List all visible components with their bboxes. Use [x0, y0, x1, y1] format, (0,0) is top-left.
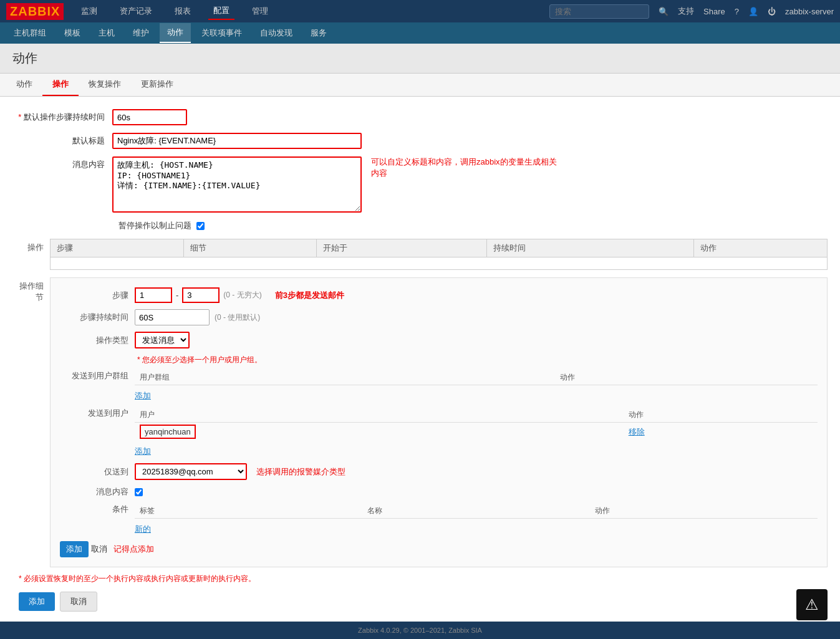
user-table-row: yanqinchuan 移除	[135, 423, 818, 441]
footer: Zabbix 4.0.29, © 2001–2021, Zabbix SIA	[0, 622, 840, 624]
send-to-group-content: 用户群组 动作 添加	[135, 370, 818, 401]
op-add-button[interactable]: 添加	[60, 541, 89, 557]
step-to-input[interactable]	[182, 287, 220, 303]
send-to-group-row: 发送到用户群组 用户群组 动作 添加	[60, 370, 818, 401]
group-table: 用户群组 动作	[135, 370, 818, 385]
op-detail-left-label: 操作细节	[12, 277, 50, 567]
step-hint: (0 - 无穷大)	[223, 290, 261, 300]
step-duration-input[interactable]	[135, 309, 210, 325]
user-icon[interactable]: 👤	[748, 7, 758, 16]
message-content-input[interactable]	[112, 156, 362, 213]
op-detail-buttons: 添加 取消 记得点添加	[60, 541, 818, 557]
conditions-row: 条件 标签 名称 动作 新的	[60, 504, 818, 535]
cond-col-tag: 标签	[135, 504, 362, 519]
sec-nav-services[interactable]: 服务	[303, 24, 334, 42]
add-group-link[interactable]: 添加	[135, 391, 151, 400]
pause-checkbox-row: 暂停操作以制止问题	[12, 220, 828, 231]
nav-admin[interactable]: 管理	[247, 3, 273, 19]
nav-reports[interactable]: 报表	[170, 3, 196, 19]
sec-nav-maintenance[interactable]: 维护	[125, 24, 157, 42]
tab-recovery[interactable]: 恢复操作	[79, 74, 131, 96]
step-duration-label: 步骤持续时间	[60, 312, 135, 323]
only-to-select[interactable]: 20251839@qq.com	[135, 463, 247, 480]
op-detail-panel: 步骤 - (0 - 无穷大) 前3步都是发送邮件 步骤持续时间 (0 - 使用默…	[50, 277, 828, 567]
group-col-name: 用户群组	[135, 370, 555, 385]
step-from-input[interactable]	[135, 287, 172, 303]
col-detail: 细节	[183, 239, 317, 257]
step-duration-row: 步骤持续时间 (0 - 使用默认)	[60, 309, 818, 325]
delete-user-link[interactable]: 移除	[629, 427, 645, 436]
sec-nav-hostgroups[interactable]: 主机群组	[6, 24, 54, 42]
cond-col-name: 名称	[362, 504, 590, 519]
nav-monitor[interactable]: 监测	[76, 3, 102, 19]
tab-operations[interactable]: 操作	[42, 74, 79, 96]
step-duration-hint: (0 - 使用默认)	[215, 312, 260, 323]
sec-nav-hosts[interactable]: 主机	[91, 24, 122, 42]
col-start: 开始于	[317, 239, 487, 257]
user-col-action: 动作	[624, 408, 818, 423]
default-subject-row: 默认标题 Nginx故障: {EVENT.NAME}	[12, 133, 828, 149]
help-icon[interactable]: ?	[735, 7, 739, 16]
bottom-right-icon: ⚠	[796, 589, 828, 620]
nav-assets[interactable]: 资产记录	[115, 3, 157, 19]
default-subject-label: 默认标题	[12, 133, 112, 147]
zabbix-logo: ZABBIX	[6, 3, 64, 20]
default-duration-label: 默认操作步骤持续时间	[12, 109, 112, 123]
conditions-new-link[interactable]: 新的	[135, 524, 151, 534]
sec-nav-correlations[interactable]: 关联项事件	[194, 24, 249, 42]
step-fields: - (0 - 无穷大) 前3步都是发送邮件	[135, 287, 344, 303]
message-content-row: 消息内容 可以自定义标题和内容，调用zabbix的变量生成相关内容	[12, 156, 828, 213]
default-duration-input[interactable]	[112, 109, 187, 125]
pause-label: 暂停操作以制止问题	[118, 220, 191, 231]
default-subject-input[interactable]	[112, 133, 362, 149]
op-detail-wrapper: 操作细节 步骤 - (0 - 无穷大) 前3步都是发送邮件 步骤持续时间 (0 …	[12, 277, 828, 567]
send-to-group-label: 发送到用户群组	[60, 370, 135, 382]
bottom-cancel-button[interactable]: 取消	[60, 592, 97, 612]
required-warning: * 您必须至少选择一个用户或用户组。	[135, 355, 818, 365]
op-type-row: 操作类型 发送消息	[60, 332, 818, 348]
sec-nav-discovery[interactable]: 自动发现	[253, 24, 300, 42]
bottom-add-button[interactable]: 添加	[19, 592, 55, 611]
tab-update[interactable]: 更新操作	[131, 74, 183, 96]
op-type-label: 操作类型	[60, 335, 135, 346]
add-user-link[interactable]: 添加	[135, 446, 151, 456]
top-nav-right: 🔍 支持 Share ? 👤 ⏻ zabbix-server	[549, 4, 834, 19]
share-link[interactable]: Share	[703, 7, 725, 16]
tab-bar: 动作 操作 恢复操作 更新操作	[0, 74, 840, 97]
sec-nav-actions[interactable]: 动作	[160, 23, 191, 43]
msg-content-check-label: 消息内容	[60, 486, 135, 497]
conditions-content: 标签 名称 动作 新的	[135, 504, 818, 535]
conditions-table: 标签 名称 动作	[135, 504, 818, 519]
support-link[interactable]: 支持	[678, 6, 694, 17]
user-table: 用户 动作 yanqinchuan 移除	[135, 408, 818, 441]
op-type-select[interactable]: 发送消息	[135, 332, 190, 348]
page-title: 动作	[12, 50, 828, 67]
add-note: 记得点添加	[113, 544, 154, 555]
main-content: 默认操作步骤持续时间 60s 默认标题 Nginx故障: {EVENT.NAME…	[0, 97, 840, 624]
step-note: 前3步都是发送邮件	[275, 290, 344, 301]
pause-checkbox[interactable]	[196, 222, 205, 230]
sec-nav-templates[interactable]: 模板	[57, 24, 88, 42]
only-to-label: 仅送到	[60, 466, 135, 478]
msg-content-checkbox[interactable]	[135, 488, 143, 496]
nav-config[interactable]: 配置	[208, 2, 234, 20]
message-content-label: 消息内容	[12, 156, 112, 170]
server-name: zabbix-server	[785, 7, 834, 16]
default-duration-row: 默认操作步骤持续时间 60s	[12, 109, 828, 125]
search-icon[interactable]: 🔍	[659, 7, 669, 16]
operations-table: 步骤 细节 开始于 持续时间 动作	[50, 239, 828, 270]
op-cancel-link[interactable]: 取消	[91, 544, 107, 555]
bottom-warning: * 必须设置恢复时的至少一个执行内容或执行内容或更新时的执行内容。	[19, 574, 828, 584]
tab-action[interactable]: 动作	[6, 74, 42, 96]
search-input[interactable]	[549, 4, 649, 19]
page-header: 动作	[0, 44, 840, 74]
user-name-value: yanqinchuan	[140, 425, 196, 439]
group-col-action: 动作	[555, 370, 818, 385]
ops-left-label: 操作	[12, 239, 50, 277]
step-row: 步骤 - (0 - 无穷大) 前3步都是发送邮件	[60, 287, 818, 303]
cond-col-action: 动作	[590, 504, 818, 519]
power-icon[interactable]: ⏻	[768, 7, 776, 16]
bottom-buttons: 添加 取消	[19, 592, 828, 612]
top-navigation: ZABBIX 监测 资产记录 报表 配置 管理 🔍 支持 Share ? 👤 ⏻…	[0, 0, 840, 22]
logo-text: ZABBIX	[10, 4, 60, 18]
